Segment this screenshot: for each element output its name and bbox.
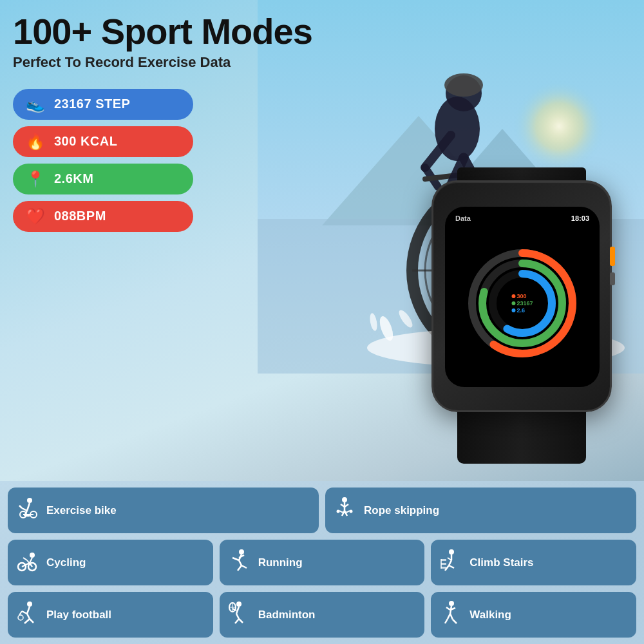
ring-steps-value: 23167 — [516, 300, 533, 307]
sport-row-1: Exercise bike Rope sk — [8, 488, 636, 533]
sport-card-badminton: Badminton — [220, 592, 425, 638]
svg-line-39 — [19, 506, 22, 508]
svg-line-83 — [24, 619, 30, 623]
ring-distance-value: 2.6 — [516, 307, 525, 314]
header-section: 100+ Sport Modes Perfect To Record Exerc… — [0, 0, 644, 76]
running-icon — [227, 549, 251, 576]
watch-body: Data 18:03 — [431, 180, 612, 412]
climb-stairs-label: Climb Stairs — [469, 556, 533, 569]
distance-value: 2.6KM — [54, 171, 93, 186]
main-content: 100+ Sport Modes Perfect To Record Exerc… — [0, 0, 644, 644]
svg-point-78 — [27, 601, 32, 607]
sport-card-play-football: Play football — [8, 592, 213, 638]
sport-card-running: Running — [220, 540, 425, 585]
svg-line-65 — [238, 565, 242, 571]
svg-point-68 — [449, 549, 454, 554]
sport-card-walking: Walking — [431, 592, 636, 638]
svg-point-95 — [449, 601, 454, 606]
svg-line-82 — [27, 614, 30, 619]
cycling-icon — [15, 549, 39, 576]
stat-heart-rate: ❤️ 088BPM — [13, 201, 193, 232]
svg-line-84 — [30, 619, 33, 623]
play-football-label: Play football — [46, 609, 111, 621]
svg-line-80 — [22, 611, 27, 614]
svg-line-101 — [450, 614, 453, 620]
svg-line-66 — [242, 565, 247, 568]
exercise-bike-icon — [15, 497, 39, 524]
walking-label: Walking — [469, 609, 511, 621]
steps-value: 23167 STEP — [54, 97, 130, 111]
play-football-icon — [15, 601, 39, 629]
svg-point-51 — [337, 510, 340, 513]
svg-line-97 — [446, 607, 450, 610]
sport-card-exercise-bike: Exercise bike — [8, 488, 319, 533]
watch-screen: Data 18:03 — [445, 207, 600, 387]
sport-card-rope-skipping: Rope skipping — [325, 488, 636, 533]
svg-rect-75 — [441, 563, 446, 565]
distance-icon: 📍 — [26, 170, 45, 188]
svg-line-102 — [453, 620, 457, 623]
calories-icon: 🔥 — [26, 133, 45, 151]
svg-point-36 — [27, 498, 32, 503]
watch-side-button-orange[interactable] — [610, 247, 615, 266]
page-subtitle: Perfect To Record Exercise Data — [13, 54, 631, 71]
climb-stairs-icon — [439, 549, 462, 576]
badminton-icon — [227, 601, 251, 629]
rope-skipping-icon — [333, 497, 356, 524]
heart-rate-value: 088BPM — [54, 209, 106, 223]
badminton-label: Badminton — [258, 609, 316, 621]
sport-modes-grid: Exercise bike Rope sk — [0, 481, 644, 644]
sport-card-climb-stairs: Climb Stairs — [431, 540, 636, 585]
svg-line-73 — [449, 565, 454, 568]
page-title: 100+ Sport Modes — [13, 12, 631, 52]
svg-point-61 — [239, 549, 244, 554]
svg-line-89 — [236, 614, 239, 619]
svg-line-60 — [23, 558, 27, 560]
ring-distance: 2.6 — [511, 307, 533, 314]
svg-line-64 — [239, 560, 242, 565]
svg-line-79 — [27, 607, 30, 614]
heart-rate-icon: ❤️ — [26, 207, 45, 225]
watch-time: 18:03 — [571, 214, 589, 222]
svg-line-37 — [27, 503, 30, 511]
exercise-bike-label: Exercise bike — [46, 504, 117, 517]
calories-dot — [511, 294, 515, 298]
watch-screen-header: Data 18:03 — [445, 214, 600, 222]
ring-calories: 300 — [511, 293, 533, 299]
activity-rings: 300 23167 2.6 — [464, 245, 580, 361]
svg-line-91 — [239, 619, 243, 623]
sport-card-cycling: Cycling — [8, 540, 213, 585]
svg-line-63 — [232, 558, 239, 560]
distance-dot — [511, 308, 515, 312]
svg-line-87 — [236, 607, 239, 614]
svg-line-81 — [19, 611, 22, 615]
ring-calories-value: 300 — [516, 293, 526, 299]
running-label: Running — [258, 556, 303, 569]
svg-point-45 — [342, 497, 347, 502]
cycling-label: Cycling — [46, 556, 86, 569]
svg-line-71 — [449, 560, 451, 565]
stat-steps: 👟 23167 STEP — [13, 89, 193, 120]
svg-line-38 — [22, 508, 27, 511]
watch-data-label: Data — [455, 214, 471, 222]
svg-point-55 — [30, 553, 35, 558]
ring-data: 300 23167 2.6 — [511, 292, 533, 314]
stat-distance: 📍 2.6KM — [13, 164, 193, 194]
steps-icon: 👟 — [26, 95, 45, 113]
svg-rect-76 — [441, 559, 446, 561]
svg-rect-74 — [441, 567, 446, 569]
calories-value: 300 KCAL — [54, 134, 117, 149]
svg-point-86 — [236, 601, 242, 607]
stat-calories: 🔥 300 KCAL — [13, 126, 193, 157]
sport-row-3: Play football — [8, 592, 636, 638]
svg-point-85 — [18, 615, 23, 620]
svg-point-52 — [350, 510, 353, 513]
ring-steps: 23167 — [511, 300, 533, 307]
smartwatch: Data 18:03 — [419, 167, 625, 419]
walking-icon — [439, 601, 462, 629]
svg-line-100 — [445, 619, 448, 623]
svg-line-90 — [235, 619, 239, 623]
watch-side-button-gray — [610, 272, 615, 285]
rope-skipping-label: Rope skipping — [364, 504, 439, 517]
steps-dot — [511, 301, 515, 305]
